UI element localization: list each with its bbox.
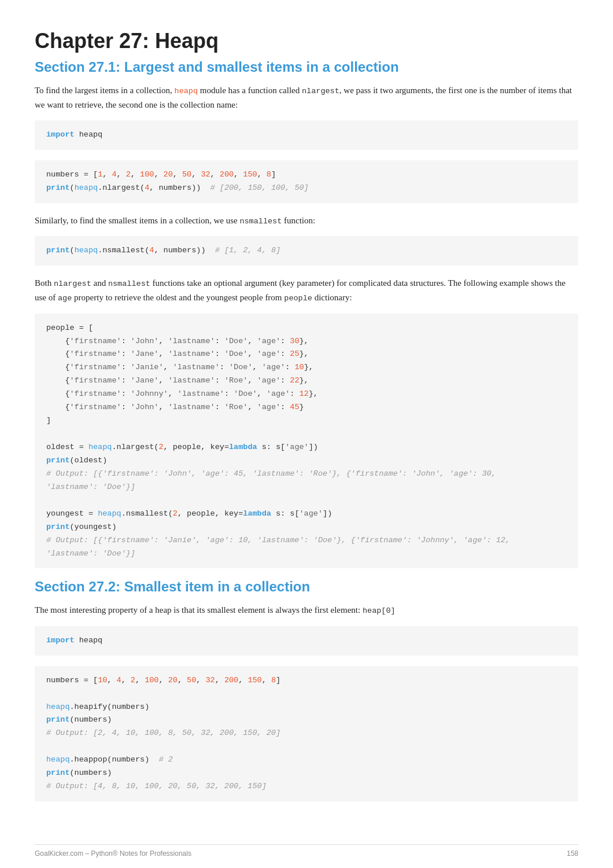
section1-title: Section 27.1: Largest and smallest items…: [35, 59, 578, 75]
nlargest-ref2: nlargest: [54, 279, 91, 288]
chapter-title: Chapter 27: Heapq: [35, 29, 578, 53]
section1-similarly: Similarly, to find the smallest items in…: [35, 214, 578, 228]
heapq-ref: heapq: [175, 87, 198, 95]
section2-intro: The most interesting property of a heap …: [35, 603, 578, 617]
code-block-6: numbers = [10, 4, 2, 100, 20, 50, 32, 20…: [35, 666, 578, 801]
nsmallest-ref: nsmallest: [239, 217, 282, 226]
section1-both: Both nlargest and nsmallest functions ta…: [35, 276, 578, 306]
code-block-2: numbers = [1, 4, 2, 100, 20, 50, 32, 200…: [35, 160, 578, 203]
code-block-5: import heapq: [35, 626, 578, 656]
nlargest-ref: nlargest: [302, 87, 339, 95]
code-block-3: print(heapq.nsmallest(4, numbers)) # [1,…: [35, 236, 578, 266]
footer-right: 158: [567, 849, 578, 858]
nsmallest-ref2: nsmallest: [108, 279, 150, 288]
footer-left: GoalKicker.com – Python® Notes for Profe…: [35, 849, 191, 858]
people-ref: people: [284, 294, 312, 303]
footer: GoalKicker.com – Python® Notes for Profe…: [35, 844, 578, 858]
section1-intro: To find the largest items in a collectio…: [35, 83, 578, 112]
code-block-4: people = [ {'firstname': 'John', 'lastna…: [35, 314, 578, 569]
age-ref: age: [58, 294, 72, 303]
section2-title: Section 27.2: Smallest item in a collect…: [35, 579, 578, 595]
code-block-1: import heapq: [35, 120, 578, 150]
heap0-ref: heap[0]: [363, 606, 396, 615]
